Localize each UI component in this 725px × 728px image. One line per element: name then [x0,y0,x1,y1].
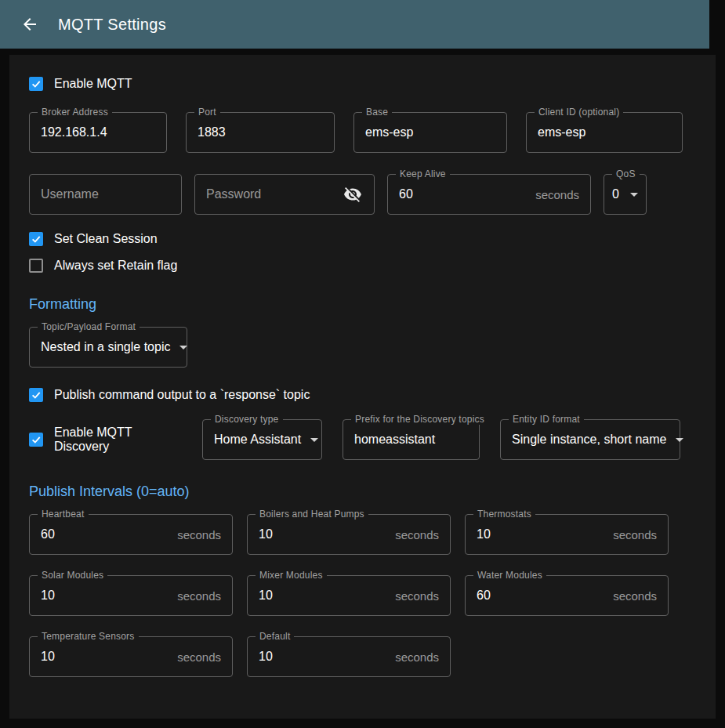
broker-address-input[interactable] [41,125,155,139]
field-label: Mixer Modules [256,570,327,581]
checkbox-icon[interactable] [29,388,43,402]
field-label: Discovery type [211,414,283,425]
arrow-left-icon [20,15,39,34]
checkbox-label: Publish command output to a `response` t… [54,388,310,402]
field-label: Temperature Sensors [38,631,139,642]
discovery-row: Enable MQTT Discovery Discovery type Hom… [29,419,696,460]
field-label: Prefix for the Discovery topics [351,414,488,425]
field-label: Broker Address [38,107,112,118]
solar-interval-input[interactable] [41,589,169,603]
enable-mqtt-checkbox[interactable]: Enable MQTT [29,77,696,91]
discovery-type-value: Home Assistant [214,433,301,447]
default-interval-field[interactable]: Default seconds [247,636,451,677]
clean-session-checkbox[interactable]: Set Clean Session [29,232,696,246]
topic-format-value: Nested in a single topic [41,340,170,354]
settings-card: Enable MQTT Broker Address Port Base Cli… [9,55,716,719]
client-id-input[interactable] [538,125,671,139]
field-label: Thermostats [473,509,535,520]
checkbox-label: Always set Retain flag [54,259,177,273]
topic-format-row: Topic/Payload Format Nested in a single … [29,327,696,368]
temperature-sensors-interval-field[interactable]: Temperature Sensors seconds [29,636,233,677]
enable-discovery-checkbox[interactable]: Enable MQTT Discovery [29,426,182,454]
field-label: Heartbeat [38,509,89,520]
dropdown-arrow-icon [630,193,638,197]
publish-intervals-grid: Heartbeat seconds Boilers and Heat Pumps… [29,514,696,677]
field-label: Solar Modules [38,570,107,581]
checkbox-icon[interactable] [29,77,43,91]
field-label: Default [256,631,294,642]
discovery-prefix-input[interactable] [354,433,468,447]
unit-suffix: seconds [527,188,579,201]
checkbox-label: Enable MQTT [54,77,132,91]
heartbeat-interval-field[interactable]: Heartbeat seconds [29,514,233,555]
username-field[interactable] [29,174,182,215]
check-icon [31,78,42,89]
heartbeat-interval-input[interactable] [41,527,169,541]
water-interval-input[interactable] [477,589,605,603]
discovery-type-select[interactable]: Discovery type Home Assistant [202,419,322,460]
check-icon [31,434,42,445]
check-icon [31,389,42,400]
visibility-off-icon [343,185,362,204]
discovery-prefix-field[interactable]: Prefix for the Discovery topics [343,419,480,460]
dropdown-arrow-icon [310,438,318,442]
mixer-interval-field[interactable]: Mixer Modules seconds [247,575,451,616]
solar-interval-field[interactable]: Solar Modules seconds [29,575,233,616]
unit-suffix: seconds [605,528,657,541]
checkbox-label: Enable MQTT Discovery [54,426,182,454]
password-field[interactable] [194,174,375,215]
port-field[interactable]: Port [186,112,335,153]
qos-value: 0 [612,187,619,201]
thermostats-interval-field[interactable]: Thermostats seconds [465,514,669,555]
field-label: Port [194,107,220,118]
checkbox-label: Set Clean Session [54,232,158,246]
dropdown-arrow-icon [179,346,187,350]
base-field[interactable]: Base [353,112,507,153]
checkbox-icon[interactable] [29,259,43,273]
entity-id-format-value: Single instance, short name [512,433,666,447]
qos-select[interactable]: QoS 0 [604,174,647,215]
default-interval-input[interactable] [259,650,387,664]
publish-intervals-heading: Publish Intervals (0=auto) [29,484,696,500]
thermostats-interval-input[interactable] [477,527,605,541]
page-title: MQTT Settings [58,16,166,34]
field-label: Water Modules [473,570,546,581]
field-label: Client ID (optional) [535,107,623,118]
unit-suffix: seconds [387,589,439,603]
checkbox-icon[interactable] [29,433,43,447]
boilers-interval-field[interactable]: Boilers and Heat Pumps seconds [247,514,451,555]
water-interval-field[interactable]: Water Modules seconds [465,575,669,616]
toggle-password-visibility-button[interactable] [343,184,363,205]
publish-response-checkbox[interactable]: Publish command output to a `response` t… [29,388,696,402]
broker-address-field[interactable]: Broker Address [29,112,167,153]
topic-format-select[interactable]: Topic/Payload Format Nested in a single … [29,327,187,368]
client-id-field[interactable]: Client ID (optional) [526,112,683,153]
field-label: Topic/Payload Format [38,321,140,332]
unit-suffix: seconds [387,528,439,541]
entity-id-format-select[interactable]: Entity ID format Single instance, short … [500,419,680,460]
temperature-sensors-interval-input[interactable] [41,650,169,664]
boilers-interval-input[interactable] [259,527,387,541]
field-label: QoS [612,168,640,179]
unit-suffix: seconds [605,589,657,603]
unit-suffix: seconds [169,528,221,541]
back-button[interactable] [19,13,41,35]
credentials-row: Keep Alive seconds QoS 0 [29,174,696,215]
mixer-interval-input[interactable] [259,589,387,603]
formatting-heading: Formatting [29,296,696,313]
field-label: Base [362,107,392,118]
unit-suffix: seconds [387,650,439,664]
keep-alive-field[interactable]: Keep Alive seconds [387,174,591,215]
keep-alive-input[interactable] [399,187,527,201]
retain-flag-checkbox[interactable]: Always set Retain flag [29,259,696,273]
field-label: Keep Alive [396,168,450,179]
checkbox-icon[interactable] [29,232,43,246]
base-input[interactable] [365,125,495,139]
unit-suffix: seconds [169,650,221,664]
port-input[interactable] [198,125,323,139]
field-label: Entity ID format [509,414,584,425]
dropdown-arrow-icon [676,438,683,442]
field-label: Boilers and Heat Pumps [256,509,368,520]
password-input[interactable] [206,187,343,201]
username-input[interactable] [41,187,170,201]
